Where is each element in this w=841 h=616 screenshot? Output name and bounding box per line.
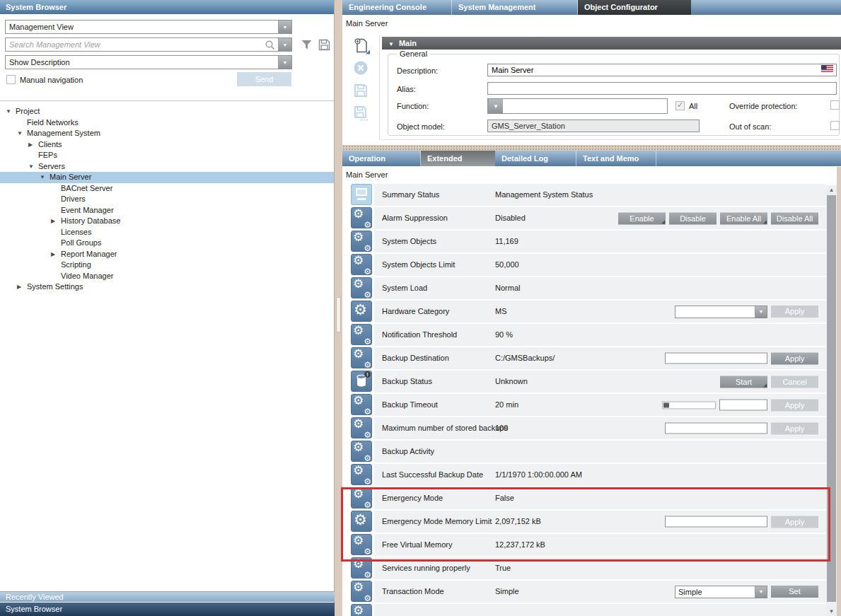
backup-database-icon: ! — [351, 371, 372, 392]
backup-timeout-input[interactable] — [719, 400, 767, 411]
system-browser-bottom-bar[interactable]: System Browser — [0, 603, 335, 616]
tab-extended-operation[interactable]: Extended Operation — [421, 151, 495, 166]
tab-operation[interactable]: Operation — [342, 151, 421, 166]
maximum-number-of-stored-backups-input[interactable] — [665, 423, 767, 434]
chevron-right-icon[interactable]: ▶ — [51, 249, 61, 260]
gear-glyph: ⚙ — [353, 394, 364, 407]
emergency-mode-memory-limit-input[interactable] — [665, 516, 767, 528]
gear-glyph: ⚙ — [353, 487, 364, 501]
search-input[interactable] — [6, 38, 278, 51]
tab-object-configurator[interactable]: Object Configurator — [578, 0, 691, 15]
tree-item-poll-groups[interactable]: Poll Groups — [0, 238, 334, 249]
tab-detailed-log[interactable]: Detailed Log — [495, 151, 576, 166]
disable-all-button[interactable]: Disable All — [771, 212, 818, 224]
chevron-right-icon[interactable]: ▶ — [28, 139, 38, 151]
start-button[interactable]: Start — [720, 376, 767, 388]
transaction-mode-select[interactable]: Simple▼ — [675, 586, 767, 598]
tree-item-drivers[interactable]: Drivers — [0, 194, 334, 205]
tree-item-report-manager[interactable]: ▶Report Manager — [0, 249, 334, 260]
scroll-down-icon[interactable]: ▼ — [826, 607, 837, 616]
system-tree: ▼ProjectField Networks▼Management System… — [0, 106, 334, 587]
tree-item-history-database[interactable]: ▶History Database — [0, 216, 334, 227]
splitter-handle[interactable] — [336, 297, 341, 332]
delete-icon[interactable] — [352, 59, 371, 78]
tree-item-feps[interactable]: FEPs — [0, 150, 334, 161]
apply-button[interactable]: Apply — [771, 516, 818, 528]
tree-item-servers[interactable]: ▼Servers — [0, 161, 334, 173]
slider-thumb[interactable] — [663, 402, 669, 407]
backup-destination-input[interactable] — [665, 353, 767, 364]
chevron-down-icon[interactable]: ▼ — [6, 106, 16, 117]
recently-viewed-bar[interactable]: Recently Viewed — [0, 591, 335, 602]
tree-item-video-manager[interactable]: Video Manager — [0, 271, 334, 282]
save-icon[interactable] — [318, 38, 331, 52]
tab-engineering-console[interactable]: Engineering Console — [342, 0, 452, 15]
tab-text-and-memo[interactable]: Text and Memo — [576, 151, 656, 166]
override-protection-checkbox[interactable] — [830, 100, 840, 110]
save-as-icon[interactable] — [352, 105, 371, 123]
cancel-button[interactable]: Cancel — [771, 376, 818, 388]
filter-icon[interactable] — [300, 38, 313, 52]
disable-button[interactable]: Disable — [669, 212, 717, 224]
property-band: Last Successful Backup Date1/1/1970 1:00… — [374, 464, 826, 486]
tree-item-event-manager[interactable]: Event Manager — [0, 205, 334, 216]
chevron-down-icon[interactable]: ▼ — [278, 38, 291, 51]
chevron-down-icon[interactable]: ▼ — [17, 128, 27, 139]
property-row-system-objects: ⚙⚙System Objects11,169 — [342, 231, 826, 252]
property-label: System Objects Limit — [382, 260, 455, 269]
apply-button[interactable]: Apply — [771, 352, 818, 364]
backup-timeout-slider[interactable] — [662, 401, 716, 409]
tree-item-field-networks[interactable]: Field Networks — [0, 117, 334, 129]
all-checkbox[interactable] — [675, 101, 685, 110]
set-button[interactable]: Set — [771, 586, 818, 598]
tree-item-management-system[interactable]: ▼Management System — [0, 128, 334, 139]
chevron-down-icon[interactable]: ▼ — [40, 172, 50, 183]
tab-system-management[interactable]: System Management — [452, 0, 578, 15]
manual-navigation-checkbox[interactable] — [6, 75, 16, 84]
chevron-down-icon[interactable]: ▼ — [278, 21, 291, 33]
chevron-right-icon[interactable]: ▶ — [17, 281, 27, 293]
display-mode-combobox[interactable]: Show Description ▼ — [5, 55, 292, 69]
description-field[interactable] — [487, 64, 837, 76]
language-flag-icon[interactable] — [821, 65, 833, 73]
apply-button[interactable]: Apply — [771, 399, 818, 411]
new-object-icon[interactable] — [352, 37, 371, 55]
tree-item-clients[interactable]: ▶Clients — [0, 139, 334, 151]
chevron-down-icon[interactable]: ▼ — [755, 586, 767, 598]
tree-item-bacnet-server[interactable]: BACnet Server — [0, 183, 334, 194]
tree-item-project[interactable]: ▼Project — [0, 106, 334, 117]
property-controls: Simple▼Set — [675, 586, 818, 598]
tree-item-main-server[interactable]: ▼Main Server — [0, 172, 334, 183]
scrollbar-thumb[interactable] — [827, 195, 836, 602]
save-icon[interactable] — [352, 82, 371, 100]
horizontal-splitter[interactable] — [342, 145, 841, 151]
enable-button[interactable]: Enable — [618, 212, 666, 224]
function-combobox[interactable]: ▼ — [487, 98, 668, 114]
scroll-up-icon[interactable]: ▲ — [826, 185, 837, 194]
main-section-header[interactable]: ▼Main — [382, 37, 841, 50]
property-value: Unknown — [495, 377, 528, 385]
tree-item-licenses[interactable]: Licenses — [0, 227, 334, 238]
right-edge-gutter — [837, 167, 841, 616]
apply-button[interactable]: Apply — [771, 422, 818, 434]
chevron-down-icon[interactable]: ▼ — [755, 306, 767, 318]
enable-all-button[interactable]: Enable All — [720, 212, 767, 224]
out-of-scan-checkbox[interactable] — [830, 121, 840, 130]
hardware-category-select[interactable]: ▼ — [675, 306, 767, 318]
chevron-down-icon[interactable]: ▼ — [28, 161, 38, 173]
chevron-down-icon[interactable]: ▼ — [278, 56, 291, 69]
send-button[interactable]: Send — [237, 72, 291, 86]
chevron-down-icon[interactable]: ▼ — [488, 99, 503, 113]
property-band: Backup Activity — [374, 441, 826, 463]
search-box[interactable]: ▼ — [5, 37, 292, 52]
vertical-scrollbar[interactable]: ▲ ▼ — [826, 185, 837, 616]
search-icon[interactable] — [265, 40, 276, 51]
apply-button[interactable]: Apply — [771, 306, 818, 318]
chevron-right-icon[interactable]: ▶ — [51, 216, 61, 227]
view-combobox[interactable]: Management View ▼ — [5, 20, 292, 34]
tree-item-scripting[interactable]: Scripting — [0, 260, 334, 271]
tree-item-system-settings[interactable]: ▶System Settings — [0, 281, 334, 293]
vertical-splitter[interactable] — [335, 0, 342, 616]
property-band: Hardware CategoryMS▼Apply — [374, 301, 826, 322]
alias-field[interactable] — [487, 82, 837, 95]
